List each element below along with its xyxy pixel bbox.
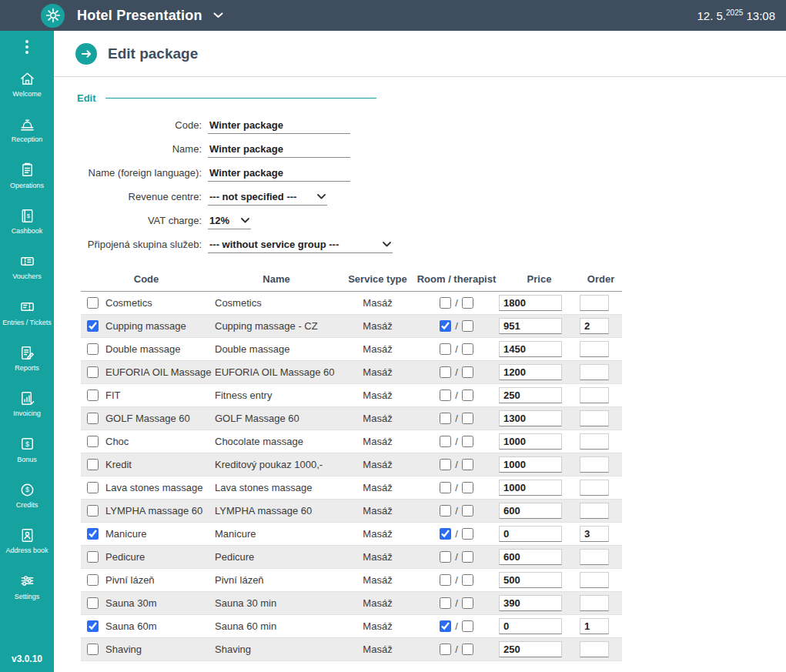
room-checkbox[interactable] xyxy=(440,505,451,517)
therapist-checkbox[interactable] xyxy=(462,551,473,563)
code-input[interactable] xyxy=(208,117,350,134)
price-input[interactable] xyxy=(499,456,562,473)
order-input[interactable] xyxy=(580,503,609,519)
price-input[interactable] xyxy=(499,318,562,334)
row-select-checkbox[interactable] xyxy=(87,413,99,424)
room-checkbox[interactable] xyxy=(440,482,451,493)
order-input[interactable] xyxy=(580,572,609,588)
price-input[interactable] xyxy=(499,341,562,357)
sidebar-item-welcome[interactable]: Welcome xyxy=(0,69,54,98)
order-input[interactable] xyxy=(580,480,609,496)
room-checkbox[interactable] xyxy=(440,574,451,586)
row-select-checkbox[interactable] xyxy=(87,366,99,378)
row-select-checkbox[interactable] xyxy=(87,505,99,517)
sidebar-item-cashbook[interactable]: $Cashbook xyxy=(0,206,54,235)
row-select-checkbox[interactable] xyxy=(87,459,99,470)
revenue-centre-select[interactable]: --- not specified --- xyxy=(208,189,327,206)
room-checkbox[interactable] xyxy=(440,389,451,401)
room-checkbox[interactable] xyxy=(440,620,451,632)
order-input[interactable] xyxy=(580,387,609,403)
sidebar-item-reception[interactable]: Reception xyxy=(0,115,54,143)
row-select-checkbox[interactable] xyxy=(87,551,99,563)
order-input[interactable] xyxy=(580,364,609,380)
row-select-checkbox[interactable] xyxy=(87,574,99,586)
title-dropdown-chevron-icon[interactable] xyxy=(213,12,223,18)
price-input[interactable] xyxy=(499,503,562,519)
sidebar-item-settings[interactable]: Settings xyxy=(0,572,54,600)
app-logo-button[interactable] xyxy=(41,4,65,28)
therapist-checkbox[interactable] xyxy=(462,343,473,355)
order-input[interactable] xyxy=(580,549,609,565)
room-checkbox[interactable] xyxy=(440,644,451,655)
therapist-checkbox[interactable] xyxy=(462,505,473,517)
therapist-checkbox[interactable] xyxy=(462,459,473,470)
therapist-checkbox[interactable] xyxy=(462,574,473,586)
order-input[interactable] xyxy=(580,318,609,334)
room-checkbox[interactable] xyxy=(440,528,451,540)
order-input[interactable] xyxy=(580,618,609,634)
sidebar-item-bonus[interactable]: $Bonus xyxy=(0,435,54,463)
vat-select[interactable]: 12% xyxy=(208,212,251,229)
order-input[interactable] xyxy=(580,410,609,426)
sidebar-item-operations[interactable]: Operations xyxy=(0,161,54,189)
order-input[interactable] xyxy=(580,295,609,311)
price-input[interactable] xyxy=(499,618,562,634)
room-checkbox[interactable] xyxy=(440,366,451,378)
therapist-checkbox[interactable] xyxy=(462,389,473,401)
room-checkbox[interactable] xyxy=(440,459,451,470)
therapist-checkbox[interactable] xyxy=(462,597,473,609)
price-input[interactable] xyxy=(499,364,562,380)
therapist-checkbox[interactable] xyxy=(462,644,473,655)
price-input[interactable] xyxy=(499,526,562,542)
price-input[interactable] xyxy=(499,595,562,611)
name-input[interactable] xyxy=(208,141,350,158)
order-input[interactable] xyxy=(580,526,609,542)
price-input[interactable] xyxy=(499,641,562,657)
therapist-checkbox[interactable] xyxy=(462,366,473,378)
price-input[interactable] xyxy=(499,433,562,450)
row-select-checkbox[interactable] xyxy=(87,320,99,332)
room-checkbox[interactable] xyxy=(440,413,451,424)
row-select-checkbox[interactable] xyxy=(87,297,99,309)
row-select-checkbox[interactable] xyxy=(87,644,99,655)
sidebar-item-credits[interactable]: $Credits xyxy=(0,480,54,509)
therapist-checkbox[interactable] xyxy=(462,297,473,309)
room-checkbox[interactable] xyxy=(440,597,451,609)
order-input[interactable] xyxy=(580,341,609,357)
sidebar-item-entries-tickets[interactable]: Entries / Tickets xyxy=(0,298,54,326)
sidebar-item-invoicing[interactable]: Invoicing xyxy=(0,389,54,417)
row-select-checkbox[interactable] xyxy=(87,389,99,401)
order-input[interactable] xyxy=(580,595,609,611)
name-foreign-input[interactable] xyxy=(208,165,350,182)
service-group-select[interactable]: --- without service group --- xyxy=(208,236,393,253)
row-select-checkbox[interactable] xyxy=(87,528,99,540)
room-checkbox[interactable] xyxy=(440,320,451,332)
row-select-checkbox[interactable] xyxy=(87,482,99,493)
therapist-checkbox[interactable] xyxy=(462,620,473,632)
order-input[interactable] xyxy=(580,433,609,450)
sidebar-item-vouchers[interactable]: Vouchers xyxy=(0,252,54,280)
price-input[interactable] xyxy=(499,549,562,565)
order-input[interactable] xyxy=(580,456,609,473)
price-input[interactable] xyxy=(499,387,562,403)
room-checkbox[interactable] xyxy=(440,551,451,563)
row-select-checkbox[interactable] xyxy=(87,597,99,609)
therapist-checkbox[interactable] xyxy=(462,436,473,447)
order-input[interactable] xyxy=(580,641,609,657)
row-select-checkbox[interactable] xyxy=(87,620,99,632)
sidebar-item-reports[interactable]: Reports xyxy=(0,343,54,372)
price-input[interactable] xyxy=(499,410,562,426)
row-select-checkbox[interactable] xyxy=(87,436,99,447)
price-input[interactable] xyxy=(499,480,562,496)
sidebar-item-address-book[interactable]: Address book xyxy=(0,526,54,554)
row-select-checkbox[interactable] xyxy=(87,343,99,355)
room-checkbox[interactable] xyxy=(440,297,451,309)
therapist-checkbox[interactable] xyxy=(462,482,473,493)
room-checkbox[interactable] xyxy=(440,436,451,447)
price-input[interactable] xyxy=(499,295,562,311)
price-input[interactable] xyxy=(499,572,562,588)
therapist-checkbox[interactable] xyxy=(462,320,473,332)
room-checkbox[interactable] xyxy=(440,343,451,355)
therapist-checkbox[interactable] xyxy=(462,528,473,540)
forward-arrow-button[interactable] xyxy=(75,43,97,65)
